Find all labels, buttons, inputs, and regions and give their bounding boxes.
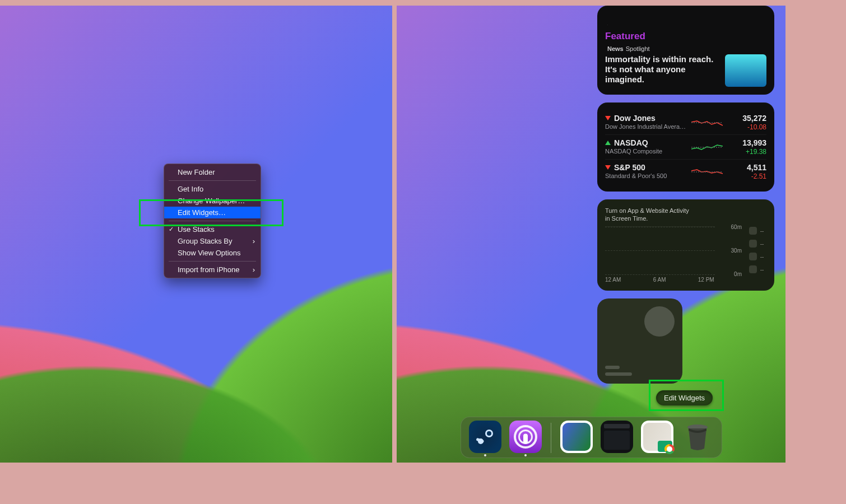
placeholder-line (605, 372, 632, 376)
ctx-group-stacks-by[interactable]: Group Stacks By (164, 235, 261, 247)
dock-thumb-window[interactable] (601, 421, 633, 453)
right-desktop-pane: Featured News Spotlight Immortality is w… (397, 6, 785, 463)
news-source-prefix: News (607, 45, 624, 52)
stock-row-dow[interactable]: Dow Jones Dow Jones Industrial Avera… 35… (605, 110, 766, 134)
ctx-import-from-iphone[interactable]: Import from iPhone (164, 264, 261, 276)
stocks-widget[interactable]: Dow Jones Dow Jones Industrial Avera… 35… (597, 102, 774, 192)
screentime-yaxis: 60m 30m 0m (719, 226, 742, 274)
chrome-badge-icon (664, 444, 675, 454)
placeholder-line (605, 366, 620, 369)
screentime-message: Turn on App & Website Activity in Screen… (605, 207, 689, 223)
svg-point-0 (475, 426, 496, 447)
stock-desc: Dow Jones Industrial Avera… (605, 123, 688, 130)
news-source-name: Spotlight (626, 45, 650, 52)
screentime-widget[interactable]: Turn on App & Website Activity in Screen… (597, 199, 774, 291)
sparkline-icon (691, 115, 723, 130)
placeholder-widget[interactable] (597, 298, 682, 384)
stock-symbol: NASDAQ (614, 138, 648, 147)
left-desktop-pane: New Folder Get Info Change Wallpaper… Ed… (0, 6, 392, 463)
ctx-change-wallpaper[interactable]: Change Wallpaper… (164, 195, 261, 207)
stock-change: -10.08 (726, 123, 766, 131)
stock-desc: NASDAQ Composite (605, 148, 688, 155)
avatar-icon (644, 306, 675, 337)
arrow-down-icon (605, 116, 611, 120)
window-icon (604, 424, 630, 428)
screentime-xaxis: 12 AM 6 AM 12 PM (605, 274, 766, 283)
dock-trash[interactable] (681, 421, 714, 453)
sparkline-icon (691, 165, 723, 179)
ctx-get-info[interactable]: Get Info (164, 183, 261, 195)
dock-thumb-desktop[interactable] (641, 421, 673, 453)
ctx-edit-widgets[interactable]: Edit Widgets… (164, 207, 261, 218)
news-headline: Immortality is within reach. It's not wh… (605, 54, 719, 85)
news-widget[interactable]: Featured News Spotlight Immortality is w… (597, 6, 774, 95)
dock-thumb-screenshot[interactable] (560, 421, 593, 453)
stock-price: 35,272 (726, 114, 766, 123)
stock-price: 13,993 (726, 138, 766, 147)
screenshot-icon (563, 423, 591, 451)
steam-icon (474, 426, 496, 448)
stock-symbol: Dow Jones (614, 114, 656, 123)
screentime-legend-dots: -- -- -- -- (746, 226, 766, 274)
notification-center-widgets: Featured News Spotlight Immortality is w… (597, 6, 774, 384)
stock-price: 4,511 (726, 163, 766, 172)
arrow-up-icon (605, 141, 611, 145)
stock-change: -2.51 (726, 172, 766, 180)
desktop-context-menu: New Folder Get Info Change Wallpaper… Ed… (164, 164, 261, 278)
ctx-use-stacks[interactable]: Use Stacks (164, 223, 261, 235)
news-divider (607, 25, 608, 25)
ctx-separator (169, 221, 256, 221)
dock-app-steam[interactable] (469, 421, 501, 453)
trash-icon (681, 421, 714, 453)
stock-row-sp500[interactable]: S&P 500 Standard & Poor's 500 4,511 -2.5… (605, 159, 766, 184)
news-source: News Spotlight (605, 45, 766, 52)
ctx-separator (169, 261, 256, 262)
dock (397, 417, 785, 458)
svg-point-2 (487, 431, 491, 436)
stock-change: +19.38 (726, 148, 766, 156)
ctx-separator (169, 180, 256, 181)
sparkline-icon (691, 140, 723, 155)
screentime-graph (605, 226, 715, 274)
stock-desc: Standard & Poor's 500 (605, 172, 688, 179)
stock-symbol: S&P 500 (614, 163, 645, 172)
arrow-down-icon (605, 165, 611, 170)
ctx-new-folder[interactable]: New Folder (164, 166, 261, 178)
edit-widgets-button[interactable]: Edit Widgets (656, 390, 713, 405)
ctx-show-view-options[interactable]: Show View Options (164, 247, 261, 259)
news-featured-label: Featured (605, 31, 766, 42)
news-thumbnail (725, 54, 766, 87)
dock-divider (551, 423, 551, 453)
dock-app-podcasts[interactable] (509, 421, 542, 453)
stock-row-nasdaq[interactable]: NASDAQ NASDAQ Composite 13,993 +19.38 (605, 134, 766, 159)
